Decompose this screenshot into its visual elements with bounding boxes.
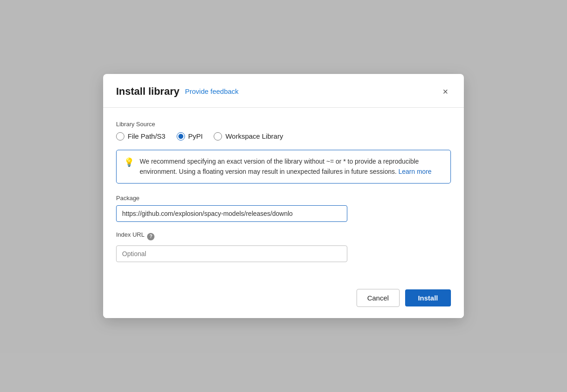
help-icon[interactable]: ?	[147, 233, 154, 240]
radio-workspace-library[interactable]	[214, 132, 222, 141]
install-button[interactable]: Install	[405, 289, 451, 306]
learn-more-link[interactable]: Learn more	[399, 168, 432, 175]
index-url-section: Index URL ?	[116, 231, 451, 262]
modal-backdrop: Install library Provide feedback × Libra…	[0, 0, 567, 392]
package-label: Package	[116, 195, 451, 202]
package-section: Package	[116, 195, 451, 222]
radio-pypi[interactable]	[177, 132, 185, 141]
radio-label-workspace: Workspace Library	[225, 132, 283, 140]
modal-title: Install library	[116, 86, 179, 98]
radio-file-path-s3[interactable]	[116, 132, 124, 141]
modal-footer: Cancel Install	[103, 281, 464, 318]
info-box-message: We recommend specifying an exact version…	[140, 158, 419, 175]
modal-body: Library Source File Path/S3 PyPI Workspa…	[103, 108, 464, 281]
library-source-label: Library Source	[116, 121, 451, 128]
close-button[interactable]: ×	[440, 85, 451, 98]
cancel-button[interactable]: Cancel	[357, 289, 400, 307]
recommendation-info-box: 💡 We recommend specifying an exact versi…	[116, 150, 451, 184]
install-library-modal: Install library Provide feedback × Libra…	[103, 74, 464, 318]
library-source-section: Library Source File Path/S3 PyPI Workspa…	[116, 121, 451, 141]
package-input[interactable]	[116, 205, 347, 222]
index-url-input[interactable]	[116, 245, 347, 262]
radio-option-workspace[interactable]: Workspace Library	[214, 132, 283, 141]
index-url-label-row: Index URL ?	[116, 231, 451, 242]
radio-label-pypi: PyPI	[188, 132, 203, 140]
index-url-label: Index URL	[116, 231, 144, 238]
radio-option-pypi[interactable]: PyPI	[177, 132, 203, 141]
info-box-text: We recommend specifying an exact version…	[140, 157, 443, 177]
library-source-radio-group: File Path/S3 PyPI Workspace Library	[116, 132, 451, 141]
feedback-link[interactable]: Provide feedback	[185, 87, 239, 95]
bulb-icon: 💡	[124, 157, 134, 167]
radio-label-file-path-s3: File Path/S3	[128, 132, 166, 140]
radio-option-file-path[interactable]: File Path/S3	[116, 132, 166, 141]
modal-header: Install library Provide feedback ×	[103, 74, 464, 108]
